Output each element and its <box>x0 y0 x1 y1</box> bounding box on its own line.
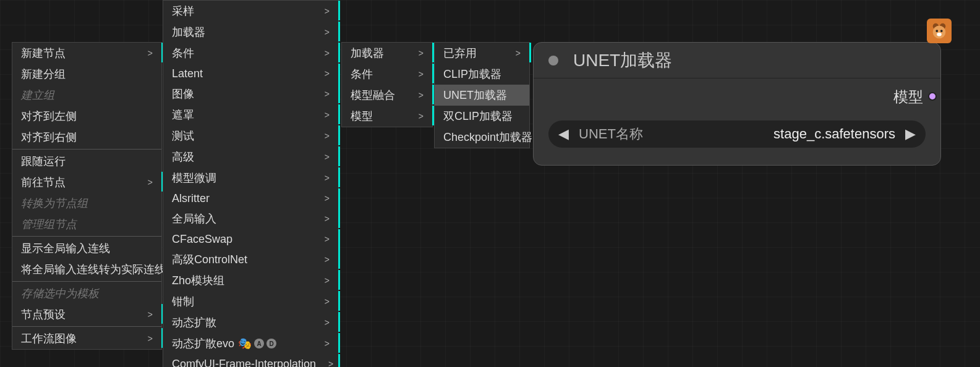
node-header[interactable]: UNET加载器 <box>534 43 940 78</box>
chevron-right-icon: > <box>328 359 333 367</box>
menu-item-label: 加载器 <box>172 25 205 40</box>
chevron-right-icon: > <box>325 214 330 224</box>
widget-prev-icon[interactable]: ◀ <box>558 126 569 142</box>
category-menu-item[interactable]: Latent> <box>163 64 338 83</box>
root-menu-item: 管理组节点 <box>12 214 161 235</box>
category-menu-item[interactable]: 加载器> <box>163 22 338 43</box>
menu-accent-marker <box>338 146 340 166</box>
menu-item-badges: 🎭AD <box>238 337 276 350</box>
root-menu-item[interactable]: 工作流图像> <box>12 328 161 349</box>
root-menu-item: 存储选中为模板 <box>12 283 161 304</box>
chevron-right-icon: > <box>325 339 330 348</box>
category-menu-item[interactable]: ComfyUI-Frame-Interpolation> <box>163 354 338 367</box>
root-menu-item[interactable]: 对齐到右侧 <box>12 127 161 148</box>
category-menu-item[interactable]: 动态扩散evo🎭AD> <box>163 333 338 354</box>
menu-item-label: 跟随运行 <box>21 154 66 169</box>
root-menu-item[interactable]: 对齐到左侧 <box>12 106 161 127</box>
menu-accent-marker <box>338 208 340 228</box>
menu-item-label: 遮罩 <box>172 108 194 122</box>
menu-item-label: 存储选中为模板 <box>21 286 99 301</box>
category-menu-item[interactable]: 钳制> <box>163 291 338 312</box>
menu-item-label: 前往节点 <box>21 175 66 190</box>
node-title: UNET加载器 <box>573 49 672 72</box>
chevron-right-icon: > <box>325 110 330 120</box>
advanced-menu-item[interactable]: 加载器> <box>342 43 432 64</box>
category-menu-item[interactable]: 测试> <box>163 125 338 146</box>
chevron-right-icon: > <box>325 234 330 244</box>
loader-menu-item[interactable]: UNET加载器 <box>435 85 529 106</box>
menu-item-label: Zho模块组 <box>172 273 224 288</box>
menu-item-label: 显示全局输入连线 <box>21 241 110 256</box>
menu-item-label: CFaceSwap <box>172 233 232 246</box>
root-menu-item[interactable]: 显示全局输入连线 <box>12 238 161 259</box>
widget-unet-name[interactable]: ◀ UNET名称 stage_c.safetensors ▶ <box>548 120 926 148</box>
menu-item-label: CLIP加载器 <box>443 67 501 82</box>
category-menu-item[interactable]: Zho模块组> <box>163 270 338 291</box>
avatar-icon[interactable] <box>927 19 952 43</box>
node-output-label: 模型 <box>893 88 923 105</box>
context-submenu-advanced: 加载器>条件>模型融合>模型> <box>341 42 433 127</box>
menu-accent-marker <box>338 354 340 367</box>
menu-item-label: 高级 <box>172 150 194 164</box>
menu-accent-marker <box>338 229 340 249</box>
menu-item-label: 动态扩散 <box>172 315 216 330</box>
output-port-model[interactable] <box>928 92 937 101</box>
loader-menu-item[interactable]: 已弃用> <box>435 43 529 64</box>
node-unet-loader[interactable]: UNET加载器 模型 ◀ UNET名称 stage_c.safetensors … <box>533 42 941 166</box>
svg-point-2 <box>933 26 946 39</box>
root-menu-item[interactable]: 新建分组 <box>12 64 161 85</box>
root-menu-item[interactable]: 节点预设> <box>12 304 161 325</box>
chevron-right-icon: > <box>148 48 153 58</box>
root-menu-item[interactable]: 新建节点> <box>12 43 161 64</box>
menu-item-label: Alsritter <box>172 192 210 205</box>
category-menu-item[interactable]: 模型微调> <box>163 167 338 188</box>
node-output-row: 模型 <box>534 78 940 116</box>
root-menu-item[interactable]: 将全局输入连线转为实际连线 <box>12 259 161 280</box>
menu-item-label: 将全局输入连线转为实际连线 <box>21 262 166 277</box>
chevron-right-icon: > <box>325 152 330 162</box>
menu-accent-marker <box>338 249 340 269</box>
category-menu-item[interactable]: 高级> <box>163 146 338 167</box>
widget-value: stage_c.safetensors <box>663 126 895 142</box>
menu-accent-marker <box>338 104 340 124</box>
category-menu-item[interactable]: Alsritter> <box>163 188 338 208</box>
menu-item-label: 条件 <box>351 67 373 82</box>
loader-menu-item[interactable]: CLIP加载器 <box>435 64 529 85</box>
advanced-menu-item[interactable]: 条件> <box>342 64 432 85</box>
category-menu-item[interactable]: 动态扩散> <box>163 312 338 333</box>
chevron-right-icon: > <box>325 6 330 16</box>
context-menu-root: 新建节点>新建分组建立组对齐到左侧对齐到右侧跟随运行前往节点>转换为节点组管理组… <box>12 42 162 350</box>
chevron-right-icon: > <box>419 48 424 58</box>
menu-item-label: 节点预设 <box>21 307 66 322</box>
chevron-right-icon: > <box>419 69 424 79</box>
menu-accent-marker <box>338 291 340 311</box>
menu-item-label: ComfyUI-Frame-Interpolation <box>172 358 316 368</box>
chevron-right-icon: > <box>325 48 330 58</box>
menu-item-label: 双CLIP加载器 <box>443 109 513 124</box>
chevron-right-icon: > <box>325 131 330 141</box>
menu-accent-marker <box>338 1 340 20</box>
category-menu-item[interactable]: 遮罩> <box>163 104 338 125</box>
node-collapse-dot[interactable] <box>548 56 558 65</box>
svg-point-4 <box>940 30 943 32</box>
loader-menu-item[interactable]: Checkpoint加载器 <box>435 127 529 148</box>
category-menu-item[interactable]: CFaceSwap> <box>163 229 338 249</box>
category-menu-item[interactable]: 条件> <box>163 43 338 64</box>
widget-next-icon[interactable]: ▶ <box>905 126 916 142</box>
menu-item-label: 图像 <box>172 86 194 101</box>
advanced-menu-item[interactable]: 模型> <box>342 106 432 127</box>
category-menu-item[interactable]: 高级ControlNet> <box>163 249 338 270</box>
menu-accent-marker <box>338 167 340 187</box>
menu-item-label: 模型微调 <box>172 171 216 185</box>
chevron-right-icon: > <box>325 27 330 37</box>
root-menu-item[interactable]: 前往节点> <box>12 172 161 193</box>
category-menu-item[interactable]: 全局输入> <box>163 208 338 229</box>
advanced-menu-item[interactable]: 模型融合> <box>342 85 432 106</box>
menu-item-label: 管理组节点 <box>21 217 77 232</box>
root-menu-item[interactable]: 跟随运行 <box>12 151 161 172</box>
category-menu-item[interactable]: 图像> <box>163 83 338 104</box>
loader-menu-item[interactable]: 双CLIP加载器 <box>435 106 529 127</box>
category-menu-item[interactable]: 采样> <box>163 1 338 22</box>
chevron-right-icon: > <box>325 193 330 203</box>
menu-item-label: 钳制 <box>172 294 194 309</box>
